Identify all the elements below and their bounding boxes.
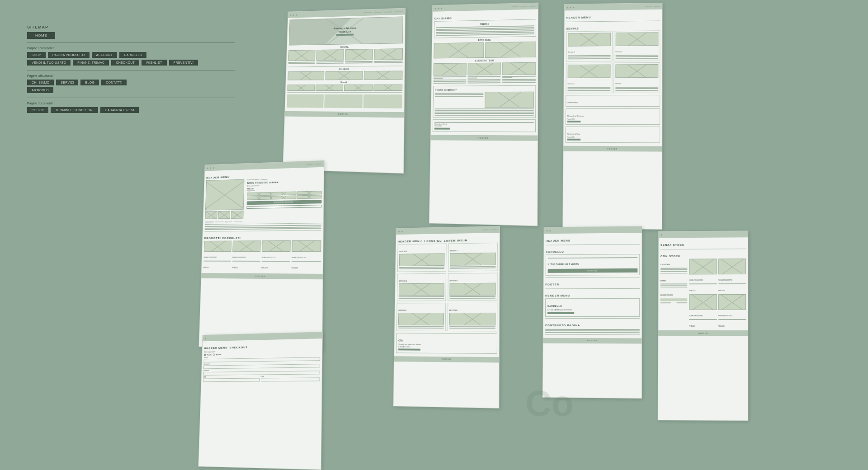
- section-documenti-title: Pagine documenti: [27, 102, 235, 105]
- header-menu-2: HEADER MENU: [545, 294, 570, 297]
- wireframe-product: HEADER MENU Schermata Marca - Categoria …: [198, 160, 324, 352]
- con-stock-label: CON STOCK: [660, 255, 681, 258]
- sitemap-home-row: HOME: [27, 32, 235, 39]
- header-menu-why: HEADER MENU: [398, 240, 422, 243]
- wireframe-chi-siamo: CHI SIAMO TRIMAC FOTO SEDE IL NOSTRO TEA…: [429, 3, 538, 226]
- preventivi-button[interactable]: PREVENTIVI: [169, 60, 198, 66]
- header-menu-title: HEADER MENU: [546, 240, 571, 242]
- checkout-button[interactable]: CHECKOUT: [111, 60, 139, 66]
- header-menu-checkout: HEADER MENU: [204, 346, 227, 349]
- finanz-button[interactable]: FINANZ. TRIMAC: [73, 60, 109, 66]
- vendi-button[interactable]: VENDI IL TUO USATO: [27, 60, 71, 66]
- product-header-menu: HEADER MENU: [206, 176, 230, 179]
- consigli-label: I CONSIGLI LOREM IPSUM: [424, 239, 468, 243]
- sitemap-title: SITEMAP: [27, 25, 235, 29]
- chi-siamo-title: CHI SIAMO: [434, 17, 452, 20]
- chi-siamo-button[interactable]: CHI SIAMO: [27, 80, 54, 85]
- wireframe-why: HEADER MENU I CONSIGLI LOREM IPSUM ARTIC…: [393, 226, 500, 409]
- carrello-button[interactable]: CARRELLO: [119, 52, 146, 58]
- servizi-button[interactable]: SERVIZI: [56, 80, 78, 85]
- wireframe-servizi: HEADER MENU SERVIZI Servizio 1 Servizio …: [562, 3, 662, 230]
- wf-filtri-nav: [659, 231, 748, 238]
- chi-siamo-footer: FOOTER: [431, 135, 538, 141]
- divider-1: [27, 42, 235, 43]
- carrello-section: CARRELLO: [546, 250, 564, 253]
- product-footer: FOOTER: [201, 273, 323, 279]
- wireframe-filtri: SENZA STOCK CON STOCK CATEGORIA BRAND FA…: [658, 230, 749, 421]
- servizi-footer: FOOTER: [563, 146, 662, 152]
- documenti-row-1: POLICY TERMINI E CONDIZIONI GARANZIA E R…: [27, 107, 235, 113]
- section-istituzionale-title: Pagine istituzionali: [27, 74, 235, 77]
- why-footer: FOOTER: [394, 356, 499, 362]
- blog-button[interactable]: BLOG: [80, 80, 99, 85]
- section-documenti: Pagine documenti POLICY TERMINI E CONDIZ…: [27, 102, 235, 113]
- account-button[interactable]: ACCOUNT: [92, 52, 118, 58]
- filtri-footer: FOOTER: [658, 330, 748, 336]
- ecommerce-row-1: SHOP PAGINA PRODOTTO ACCOUNT CARRELLO: [27, 52, 235, 58]
- shop-button[interactable]: SHOP: [27, 52, 46, 58]
- home-button[interactable]: HOME: [27, 32, 55, 39]
- co-overlay: Co: [525, 383, 573, 424]
- sitemap-panel: SITEMAP HOME Pagine ecommerce SHOP PAGIN…: [27, 25, 235, 118]
- headermenu-footer: FOOTER: [543, 338, 642, 343]
- articolo-button[interactable]: ARTICOLO: [27, 87, 53, 93]
- categorie-label: Categorie: [288, 67, 403, 70]
- senza-stock-label: SENZA STOCK: [660, 244, 684, 246]
- contatti-button[interactable]: CONTATTI: [101, 80, 127, 85]
- home-hero: Maschera del menu Testo CTA: [289, 16, 403, 45]
- wireframe-home: Maschera del menu Testo CTA NOVITÀ: [283, 8, 406, 174]
- brand-label: Brand: [288, 81, 402, 84]
- contenuto-pagina-label: CONTENUTO PAGINA: [545, 324, 580, 327]
- termini-button[interactable]: TERMINI E CONDIZIONI: [51, 107, 98, 113]
- wireframe-checkout: HEADER MENU CHECKOUT Già registrato? Pri…: [198, 332, 323, 470]
- correlati-label: PRODOTTI CORRELATI: [204, 237, 241, 240]
- ecommerce-row-2: VENDI IL TUO USATO FINANZ. TRIMAC CHECKO…: [27, 60, 235, 66]
- divider-2: [27, 70, 235, 70]
- header-menu-label-s: HEADER MENU: [566, 16, 591, 19]
- wireframe-header-menu: HEADER MENU CARRELLO IL TUO CARRELLO È V…: [542, 226, 642, 399]
- servizi-title-label: SERVIZI: [566, 27, 580, 30]
- section-ecommerce-title: Pagine ecommerce: [27, 47, 235, 50]
- wishlist-button[interactable]: WISHLIST: [142, 60, 166, 66]
- checkout-title: CHECKOUT: [230, 346, 248, 349]
- policy-button[interactable]: POLICY: [27, 107, 48, 113]
- section-ecommerce: Pagine ecommerce SHOP PAGINA PRODOTTO AC…: [27, 47, 235, 66]
- istituzionale-row-1: CHI SIAMO SERVIZI BLOG CONTATTI: [27, 80, 235, 85]
- section-istituzionale: Pagine istituzionali CHI SIAMO SERVIZI B…: [27, 74, 235, 93]
- divider-3: [27, 98, 235, 98]
- pagina-prodotto-button[interactable]: PAGINA PRODOTTO: [48, 52, 90, 58]
- home-footer: FOOTER: [285, 111, 404, 118]
- footer-section: FOOTER: [545, 283, 559, 286]
- garanzia-button[interactable]: GARANZIA E RESI: [100, 107, 139, 113]
- istituzionale-row-2: ARTICOLO: [27, 87, 235, 93]
